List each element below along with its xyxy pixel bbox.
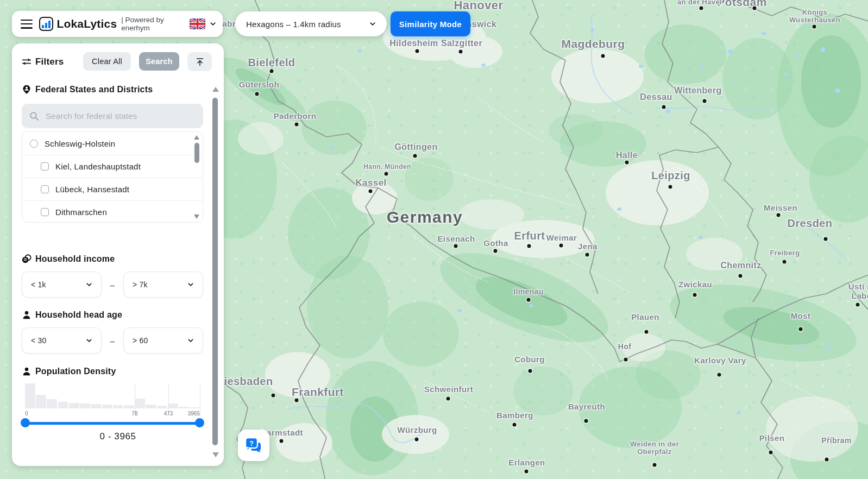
city-dot: [824, 237, 828, 241]
age-max-select[interactable]: > 60: [123, 327, 203, 354]
person-pin-icon: [22, 85, 32, 94]
age-range: < 30 – > 60: [22, 327, 203, 354]
search-button[interactable]: Search: [139, 52, 179, 71]
city-label: Most: [791, 312, 811, 321]
state-item-label: Kiel, Landeshauptstadt: [55, 162, 141, 171]
city-dot: [270, 70, 274, 73]
scroll-up-icon[interactable]: [194, 135, 199, 140]
language-chevron-down-icon[interactable]: [210, 21, 216, 27]
state-list-item-0[interactable]: Schleswig-Holstein: [22, 132, 203, 155]
city-label: Chemnitz: [720, 261, 761, 270]
histogram-bar: [179, 407, 189, 408]
panel-scroll-down-icon[interactable]: [212, 452, 219, 457]
axis-tick-label: 473: [164, 411, 173, 417]
income-min-value: < 1k: [31, 280, 46, 289]
city-label: Schweinfurt: [424, 385, 473, 394]
city-dot: [513, 423, 517, 427]
city-dot: [645, 330, 649, 334]
uk-flag-icon[interactable]: [190, 18, 205, 29]
income-section-title: Household income: [35, 254, 115, 264]
chevron-down-icon: [187, 281, 194, 288]
checkbox-control[interactable]: [41, 185, 49, 193]
histogram-bar: [113, 405, 123, 408]
hexagon-radius-value: Hexagons – 1.4km radius: [246, 20, 341, 29]
city-dot: [662, 105, 666, 109]
city-dot: [454, 244, 458, 248]
similarity-mode-button[interactable]: Similarity Mode: [391, 11, 470, 36]
checkbox-control[interactable]: [41, 208, 49, 216]
city-label: Plauen: [631, 313, 659, 322]
income-section-header: Household income: [22, 254, 115, 264]
slider-track[interactable]: [25, 422, 200, 425]
state-list-item-1[interactable]: Kiel, Landeshauptstadt: [22, 155, 203, 178]
radio-control[interactable]: [30, 140, 38, 148]
city-label: Weiden in derOberpfalz: [630, 440, 679, 456]
checkbox-control[interactable]: [41, 162, 49, 171]
city-label: KönigsWusterhausen: [789, 9, 840, 24]
brand-name: LokaLytics: [56, 17, 117, 30]
density-section-title: Population Density: [35, 367, 116, 376]
age-min-select[interactable]: < 30: [22, 327, 102, 354]
histogram-bar: [58, 402, 68, 408]
histogram-bar: [190, 407, 200, 408]
axis-tick-label: 78: [131, 411, 137, 417]
city-dot: [280, 439, 284, 443]
state-item-label: Lübeck, Hansestadt: [55, 185, 129, 194]
states-section-title: Federal States and Districts: [35, 85, 153, 94]
city-dot: [459, 50, 463, 54]
axis-tick-label: 0: [25, 411, 28, 417]
city-dot: [777, 213, 781, 217]
city-label: Dessau: [640, 92, 672, 102]
city-dot: [446, 397, 450, 401]
help-chat-button[interactable]: ?: [238, 430, 269, 461]
collapse-panel-button[interactable]: [187, 52, 212, 71]
density-section-header: Population Density: [22, 367, 116, 376]
histogram-bar: [135, 399, 145, 408]
state-list-item-3[interactable]: Dithmarschen: [22, 200, 203, 223]
person-icon: [22, 367, 32, 376]
city-dot: [753, 7, 757, 10]
powered-by-label: | Powered by enerhym: [121, 16, 190, 32]
city-dot: [856, 303, 860, 307]
income-min-select[interactable]: < 1k: [22, 272, 102, 298]
states-list-scrollbar[interactable]: [193, 134, 200, 220]
city-label: Gotha: [483, 239, 508, 248]
histogram-bar: [102, 405, 112, 408]
range-separator: –: [102, 280, 123, 289]
brand-logo-icon: [39, 17, 53, 31]
panel-scrollbar-thumb[interactable]: [212, 98, 218, 445]
chevron-down-icon: [86, 281, 92, 288]
slider-handle-max[interactable]: [195, 418, 204, 427]
city-label: Erfurt: [514, 230, 545, 242]
city-label: Würzburg: [397, 426, 437, 435]
panel-scroll-up-icon[interactable]: [212, 87, 219, 92]
upload-arrow-icon: [195, 57, 205, 67]
city-label: Kassel: [355, 178, 386, 188]
city-dot: [416, 49, 419, 53]
slider-handle-min[interactable]: [21, 418, 30, 427]
city-label: Wittenberg: [674, 86, 721, 96]
scroll-down-icon[interactable]: [194, 215, 199, 219]
city-label: Salzgitter: [441, 39, 482, 48]
city-dot: [415, 438, 419, 442]
state-item-label: Dithmarschen: [55, 207, 107, 217]
density-range-slider[interactable]: [25, 418, 200, 428]
city-dot: [799, 327, 803, 331]
person-icon: [22, 310, 32, 320]
state-list-item-2[interactable]: Lübeck, Hansestadt: [22, 178, 203, 200]
hexagon-radius-dropdown[interactable]: Hexagons – 1.4km radius: [235, 11, 387, 36]
age-min-value: < 30: [31, 336, 46, 345]
age-section-title: Household head age: [35, 310, 122, 320]
histogram-bar: [80, 404, 90, 408]
clear-all-button[interactable]: Clear All: [83, 52, 131, 71]
menu-icon[interactable]: [21, 20, 33, 29]
city-dot: [494, 249, 498, 253]
city-dot: [601, 54, 605, 58]
income-max-select[interactable]: > 7k: [123, 272, 203, 298]
age-max-value: > 60: [133, 336, 148, 345]
city-label: Coburg: [514, 355, 545, 364]
scrollbar-thumb[interactable]: [194, 143, 199, 163]
states-search-input[interactable]: [22, 104, 203, 128]
filters-panel: Filters Clear All Search Federal States …: [12, 43, 224, 466]
histogram-bar: [47, 399, 57, 408]
